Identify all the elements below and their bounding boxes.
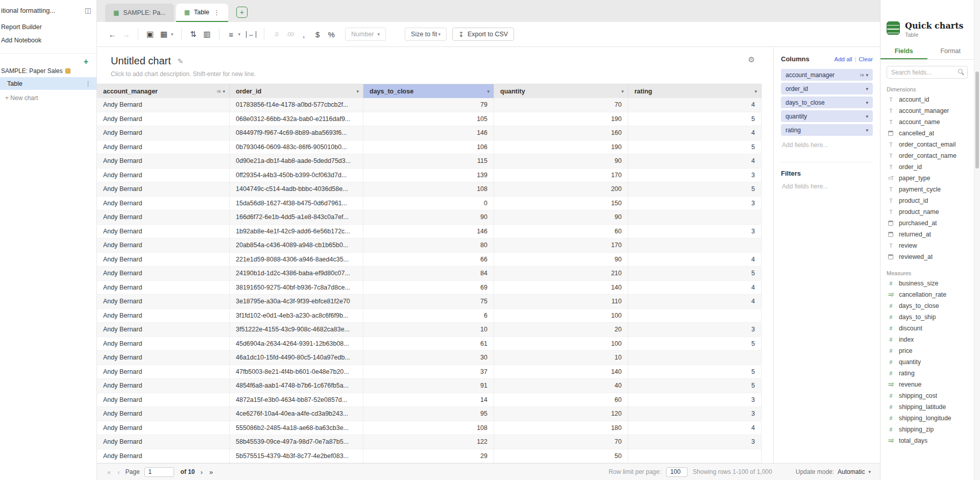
decrease-decimal-icon[interactable]: .0 [272, 31, 280, 37]
table-row[interactable]: Andy Bernard084497f9-f967-4c69-8b89-aba5… [97, 126, 762, 140]
table-row[interactable]: Andy Bernard1b92ab8e-4e1f-42c9-add6-6e56… [97, 225, 762, 239]
chevron-down-icon[interactable]: ▾ [223, 89, 225, 94]
table-row[interactable]: Andy Bernard5b575515-4379-4b3f-8c77-4e2b… [97, 449, 762, 464]
manage-columns-icon[interactable]: ▥ [203, 30, 211, 39]
chevron-down-icon[interactable]: ▾ [866, 100, 868, 105]
field-item-quantity[interactable]: #quantity [880, 356, 974, 368]
field-item-order_contact_name[interactable]: Torder_contact_name [880, 150, 974, 161]
table-row[interactable]: Andy Bernard24190b1d-1d2c-4386-baba-ef9d… [97, 267, 762, 281]
field-item-shipping_latitude[interactable]: #shipping_latitude [880, 401, 974, 413]
kebab-menu-icon[interactable]: ⋮ [85, 80, 91, 87]
field-item-shipping_cost[interactable]: #shipping_cost [880, 390, 974, 401]
field-item-product_name[interactable]: Tproduct_name [880, 206, 974, 218]
field-item-order_contact_email[interactable]: Torder_contact_email [880, 139, 974, 150]
table-row[interactable]: Andy Bernard46a1dc10-15fd-4490-80c5-140a… [97, 351, 762, 365]
clear-link[interactable]: Clear [859, 56, 873, 62]
table-row[interactable]: Andy Bernard15da56d8-1627-4f38-b475-0d6d… [97, 197, 762, 211]
filters-add-fields-dropzone[interactable]: Add fields here... [781, 183, 873, 190]
text-align-icon[interactable]: ≡ [227, 30, 235, 39]
table-row[interactable]: Andy Bernard166d6f72-6e1b-4dd5-a1e8-843c… [97, 210, 762, 225]
chart-description-placeholder[interactable]: Click to add chart description. Shift-en… [111, 70, 773, 78]
fit-column-width-icon[interactable]: ↔ [246, 31, 256, 38]
update-mode-dropdown[interactable]: Automatic [838, 468, 865, 475]
sidebar-item-report-builder[interactable]: Report Builder [0, 20, 96, 34]
redo-forward-icon[interactable]: → [122, 30, 130, 39]
add-all-link[interactable]: Add all [834, 56, 852, 62]
currency-format-icon[interactable]: $ [313, 30, 322, 39]
column-chip-order_id[interactable]: order_id▾ [781, 83, 873, 94]
field-item-total_days[interactable]: =#total_days [880, 435, 974, 446]
sidebar-item-table[interactable]: Table ⋮ [0, 77, 96, 90]
field-item-account_name[interactable]: Taccount_name [880, 116, 974, 128]
table-row[interactable]: Andy Bernard555086b2-2485-4a18-ae68-ba63… [97, 421, 762, 436]
new-tab-button[interactable]: + [236, 7, 248, 18]
table-row[interactable]: Andy Bernard3f51222e-4155-43c9-908c-4682… [97, 323, 762, 337]
field-item-product_id[interactable]: Tproduct_id [880, 195, 974, 206]
table-row[interactable]: Andy Bernard38191650-9275-40bf-b936-7c8a… [97, 281, 762, 295]
table-row[interactable]: Andy Bernard4ce6276f-10a4-40ea-a4fe-cd3a… [97, 407, 762, 421]
page-number-input[interactable] [144, 467, 174, 477]
chevron-down-icon[interactable]: ▾ [866, 128, 868, 133]
chevron-down-icon[interactable]: ▾ [487, 89, 489, 94]
columns-add-fields-dropzone[interactable]: Add fields here... [781, 141, 873, 149]
field-item-days_to_ship[interactable]: #days_to_ship [880, 311, 974, 323]
field-item-paper_type[interactable]: =Tpaper_type [880, 173, 974, 184]
tab-fields[interactable]: Fields [880, 44, 927, 59]
table-row[interactable]: Andy Bernard4854f6a8-aab1-4748-b7b6-1c67… [97, 379, 762, 393]
export-csv-button[interactable]: ↧ Export to CSV [452, 28, 514, 41]
field-item-review[interactable]: Treview [880, 240, 974, 251]
table-row[interactable]: Andy Bernard01783856-f14e-4178-a0bd-577c… [97, 98, 762, 112]
chevron-down-icon[interactable]: ▾ [238, 32, 241, 37]
undo-back-icon[interactable]: ← [108, 30, 116, 39]
chevron-down-icon[interactable]: ▾ [171, 32, 174, 37]
field-item-cancellation_rate[interactable]: =#cancellation_rate [880, 289, 974, 300]
tab-table[interactable]: ▦ Table ⋮ [176, 4, 228, 22]
column-chip-days_to_close[interactable]: days_to_close▾ [781, 97, 873, 108]
field-item-account_manager[interactable]: Taccount_manager [880, 105, 974, 116]
table-row[interactable]: Andy Bernard47fb5003-8e21-4f4b-b601-0e48… [97, 365, 762, 379]
prev-page-button[interactable]: ‹ [116, 468, 120, 476]
settings-gear-icon[interactable]: ⚙ [748, 55, 755, 64]
scrollbar-thumb[interactable] [975, 71, 979, 169]
column-chip-account_manager[interactable]: account_manager↑≡▾ [781, 69, 873, 81]
last-page-button[interactable]: » [208, 468, 214, 476]
chevron-down-icon[interactable]: ▾ [866, 73, 868, 78]
field-item-discount[interactable]: #discount [880, 323, 974, 334]
chevron-down-icon[interactable]: ▾ [754, 89, 757, 94]
table-row[interactable]: Andy Bernard068e0312-66bb-432a-bab0-e211… [97, 112, 762, 127]
field-item-business_size[interactable]: #business_size [880, 278, 974, 289]
table-row[interactable]: Andy Bernard0d90e21a-db1f-4ab8-aade-5ded… [97, 154, 762, 169]
table-row[interactable]: Andy Bernard20ab854a-c436-4089-a948-cb1b… [97, 238, 762, 253]
add-plus-button[interactable]: + [84, 57, 88, 66]
field-item-index[interactable]: #index [880, 334, 974, 345]
tab-format[interactable]: Format [927, 44, 974, 59]
column-chip-rating[interactable]: rating▾ [781, 124, 873, 136]
table-row[interactable]: Andy Bernard1404749c-c514-4adb-bbbc-4036… [97, 182, 762, 197]
first-page-button[interactable]: « [106, 468, 112, 476]
field-item-shipping_longitude[interactable]: #shipping_longitude [880, 413, 974, 424]
chart-title[interactable]: Untitled chart [111, 55, 171, 67]
table-row[interactable]: Andy Bernard221e1d59-8088-4306-a946-8aed… [97, 253, 762, 267]
field-item-revenue[interactable]: =#revenue [880, 379, 974, 390]
number-format-dropdown[interactable]: Number ▾ [345, 28, 386, 41]
table-row[interactable]: Andy Bernard3e18795e-a30a-4c3f-9f39-ebfc… [97, 295, 762, 309]
field-item-days_to_close[interactable]: #days_to_close [880, 300, 974, 311]
next-page-button[interactable]: › [200, 468, 204, 476]
field-item-shipping_zip[interactable]: #shipping_zip [880, 424, 974, 435]
field-item-payment_cycle[interactable]: Tpayment_cycle [880, 184, 974, 195]
tab-kebab-menu-icon[interactable]: ⋮ [213, 9, 220, 16]
increase-decimal-icon[interactable]: .00 [286, 31, 294, 37]
column-chip-quantity[interactable]: quantity▾ [781, 110, 873, 122]
edit-pencil-icon[interactable]: ✎ [178, 57, 184, 65]
search-fields-input[interactable] [887, 66, 968, 79]
sort-rows-icon[interactable]: ⇅ [189, 30, 198, 39]
sidebar-item-add-notebook[interactable]: Add Notebook [0, 34, 96, 47]
size-to-fit-dropdown[interactable]: Size to fit ▾ [405, 28, 447, 41]
chevron-down-icon[interactable]: ▾ [621, 89, 624, 94]
table-row[interactable]: Andy Bernard45d6904a-2634-4264-9391-12b6… [97, 337, 762, 351]
field-item-order_id[interactable]: Torder_id [880, 161, 974, 173]
column-header-quantity[interactable]: quantity▾ [494, 84, 628, 98]
new-chart-button[interactable]: + New chart [0, 90, 96, 102]
field-item-rating[interactable]: #rating [880, 368, 974, 379]
table-row[interactable]: Andy Bernard58b45539-09ce-497a-98d7-0e7a… [97, 435, 762, 449]
